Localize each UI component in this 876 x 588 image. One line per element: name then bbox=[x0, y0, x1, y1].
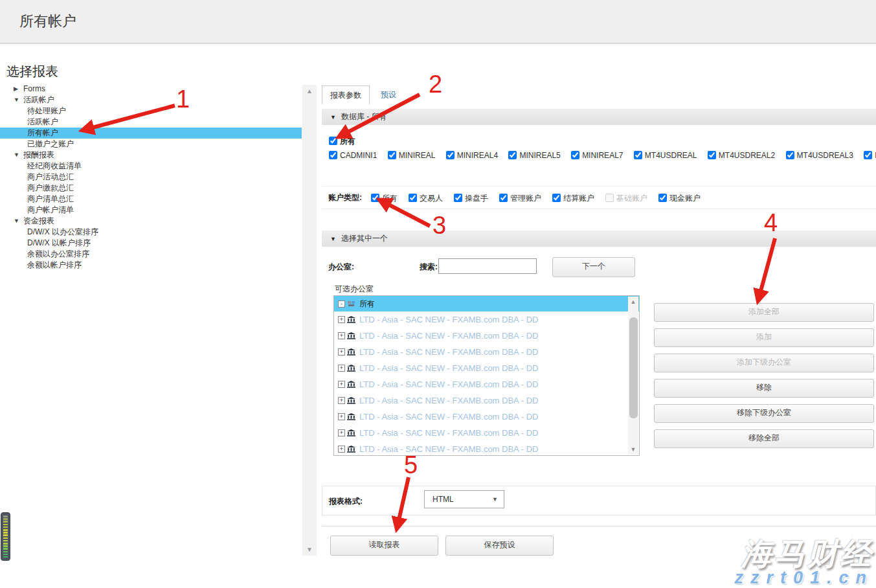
available-offices-label: 可选办公室 bbox=[335, 284, 374, 295]
expand-box-icon[interactable]: + bbox=[338, 332, 345, 339]
expand-box-icon[interactable]: + bbox=[338, 316, 345, 323]
office-row[interactable]: +LTD - Asia - SAC NEW - FXAMB.com DBA - … bbox=[334, 344, 639, 360]
db-checkbox[interactable] bbox=[708, 151, 716, 159]
all-databases-checkbox[interactable] bbox=[329, 137, 337, 145]
top-header-bar: 所有帐户 bbox=[0, 0, 876, 44]
account-type-operator-checkbox[interactable] bbox=[454, 194, 462, 202]
expand-icon[interactable]: ▶ bbox=[14, 84, 23, 95]
office-label: 办公室: bbox=[328, 262, 354, 273]
bank-icon bbox=[347, 316, 355, 323]
add-button[interactable]: 添加 bbox=[654, 328, 874, 347]
tree-item-merchant-activity[interactable]: 商户活动总汇 bbox=[0, 172, 302, 183]
scroll-up-icon[interactable]: ▲ bbox=[628, 299, 638, 305]
office-row[interactable]: +LTD - Asia - SAC NEW - FXAMB.com DBA - … bbox=[334, 311, 639, 328]
account-type-cash-checkbox[interactable] bbox=[658, 194, 667, 202]
tree-item-balance-by-account[interactable]: 余额以帐户排序 bbox=[0, 260, 302, 271]
scroll-down-icon[interactable]: ▼ bbox=[302, 546, 317, 553]
scrollbar-thumb[interactable] bbox=[629, 317, 638, 418]
tree-item-dwx-by-office[interactable]: D/W/X 以办公室排序 bbox=[0, 227, 302, 238]
office-row[interactable]: +LTD - Asia - SAC NEW - FXAMB.com DBA - … bbox=[334, 409, 639, 425]
account-type-all-checkbox[interactable] bbox=[371, 194, 379, 202]
collapse-icon[interactable]: ▼ bbox=[14, 150, 23, 161]
tree-item-closed-accounts[interactable]: 已撤户之账户 bbox=[0, 139, 302, 150]
tree-item-merchant-list-summary[interactable]: 商户清单总汇 bbox=[0, 194, 302, 205]
bank-icon bbox=[347, 429, 355, 436]
expand-box-icon[interactable]: + bbox=[338, 446, 345, 453]
scroll-down-icon[interactable]: ▼ bbox=[628, 446, 638, 453]
expand-box-icon[interactable]: + bbox=[338, 365, 345, 372]
watermark-brand: 海马财经 bbox=[734, 537, 873, 569]
add-all-button[interactable]: 添加全部 bbox=[654, 303, 874, 322]
search-input[interactable] bbox=[438, 258, 537, 274]
office-row[interactable]: +LTD - Asia - SAC NEW - FXAMB.com DBA - … bbox=[334, 376, 639, 392]
tree-node-active-accounts-group[interactable]: ▼活跃帐户 bbox=[0, 95, 302, 106]
add-suboffice-button[interactable]: 添加下级办公室 bbox=[654, 354, 874, 372]
step4-arrow bbox=[758, 238, 775, 300]
office-root-row-selected[interactable]: - 所有 bbox=[334, 296, 639, 311]
scroll-up-icon[interactable]: ▲ bbox=[302, 87, 317, 95]
db-checkbox[interactable] bbox=[388, 151, 396, 159]
tree-node-forms[interactable]: ▶Forms bbox=[0, 84, 302, 95]
tree-item-dwx-by-account[interactable]: D/W/X 以帐户排序 bbox=[0, 238, 302, 249]
remove-all-button[interactable]: 移除全部 bbox=[654, 429, 874, 448]
bank-icon bbox=[347, 381, 355, 388]
tree-node-funds-reports[interactable]: ▼资金报表 bbox=[0, 216, 302, 227]
database-section-header[interactable]: ▼ 数据库 - 所有 bbox=[322, 109, 876, 125]
account-type-base-checkbox bbox=[605, 194, 614, 202]
tree-item-merchant-account-list[interactable]: 商户帐户清单 bbox=[0, 205, 302, 216]
tab-presets[interactable]: 预设 bbox=[372, 85, 405, 104]
network-icon bbox=[347, 300, 355, 308]
remove-button[interactable]: 移除 bbox=[654, 379, 874, 398]
status-meter-widget bbox=[1, 512, 10, 561]
bank-icon bbox=[347, 446, 355, 453]
tab-report-params[interactable]: 报表参数 bbox=[322, 85, 370, 104]
tree-item-merchant-payment[interactable]: 商户缴款总汇 bbox=[0, 183, 302, 194]
expand-box-icon[interactable]: + bbox=[338, 348, 345, 356]
office-row[interactable]: +LTD - Asia - SAC NEW - FXAMB.com DBA - … bbox=[334, 360, 639, 376]
collapse-icon[interactable]: ▼ bbox=[330, 236, 336, 242]
bank-icon bbox=[347, 413, 355, 420]
account-type-trader-checkbox[interactable] bbox=[409, 194, 417, 202]
account-type-managed-checkbox[interactable] bbox=[499, 194, 508, 202]
tree-item-balance-by-office[interactable]: 余额以办公室排序 bbox=[0, 249, 302, 260]
expand-box-icon[interactable]: + bbox=[338, 429, 345, 436]
office-row[interactable]: +LTD - Asia - SAC NEW - FXAMB.com DBA - … bbox=[334, 328, 639, 344]
db-checkbox[interactable] bbox=[446, 151, 455, 159]
office-list-scrollbar[interactable]: ▲ ▼ bbox=[628, 297, 638, 455]
collapse-icon[interactable]: ▼ bbox=[330, 114, 336, 120]
page-scrollbar[interactable]: ▲ ▼ bbox=[302, 85, 317, 556]
select-one-section-header[interactable]: ▼ 选择其中一个 bbox=[322, 231, 876, 247]
report-format-select[interactable]: ▼ HTML bbox=[424, 490, 504, 508]
report-tree: ▶Forms ▼活跃帐户 待处理账户 活跃帐户 所有帐户 已撤户之账户 ▼报酬报… bbox=[0, 84, 302, 271]
office-row[interactable]: +LTD - Asia - SAC NEW - FXAMB.com DBA - … bbox=[334, 425, 639, 441]
account-type-settlement-checkbox[interactable] bbox=[552, 194, 561, 202]
expand-box-icon[interactable]: + bbox=[338, 397, 345, 404]
expand-box-icon[interactable]: + bbox=[338, 413, 345, 420]
db-checkbox[interactable] bbox=[634, 151, 642, 159]
db-checkbox[interactable] bbox=[571, 151, 579, 159]
save-preset-button[interactable]: 保存预设 bbox=[445, 536, 554, 556]
report-format-section: 报表格式: bbox=[322, 486, 876, 515]
remove-suboffice-button[interactable]: 移除下级办公室 bbox=[654, 404, 874, 423]
office-tree-list: - 所有 +LTD - Asia - SAC NEW - FXAMB.com D… bbox=[333, 295, 640, 456]
tree-item-active-accounts[interactable]: 活跃帐户 bbox=[0, 117, 302, 128]
collapse-box-icon[interactable]: - bbox=[338, 300, 345, 308]
db-checkbox[interactable] bbox=[508, 151, 517, 159]
next-button[interactable]: 下一个 bbox=[552, 257, 635, 277]
tree-item-pending-accounts[interactable]: 待处理账户 bbox=[0, 106, 302, 117]
office-row[interactable]: +LTD - Asia - SAC NEW - FXAMB.com DBA - … bbox=[334, 441, 639, 456]
load-report-button[interactable]: 读取报表 bbox=[330, 536, 438, 556]
watermark: 海马财经 zzrt01.cn bbox=[734, 537, 873, 588]
db-checkbox[interactable] bbox=[786, 151, 794, 159]
tree-node-compensation-reports[interactable]: ▼报酬报表 bbox=[0, 150, 302, 161]
db-checkbox[interactable] bbox=[864, 151, 872, 159]
expand-box-icon[interactable]: + bbox=[338, 381, 345, 388]
db-checkbox[interactable] bbox=[329, 151, 337, 159]
tree-item-all-accounts-selected[interactable]: 所有帐户 bbox=[0, 128, 302, 139]
tree-item-broker-income-list[interactable]: 经纪商收益清单 bbox=[0, 161, 302, 172]
search-label: 搜索: bbox=[420, 262, 438, 273]
collapse-icon[interactable]: ▼ bbox=[14, 95, 23, 106]
office-row[interactable]: +LTD - Asia - SAC NEW - FXAMB.com DBA - … bbox=[334, 392, 639, 409]
collapse-icon[interactable]: ▼ bbox=[14, 216, 23, 227]
account-type-row: 账户类型: 所有 交易人 操盘手 管理账户 结算账户 基础账户 现金账户 bbox=[322, 186, 876, 209]
